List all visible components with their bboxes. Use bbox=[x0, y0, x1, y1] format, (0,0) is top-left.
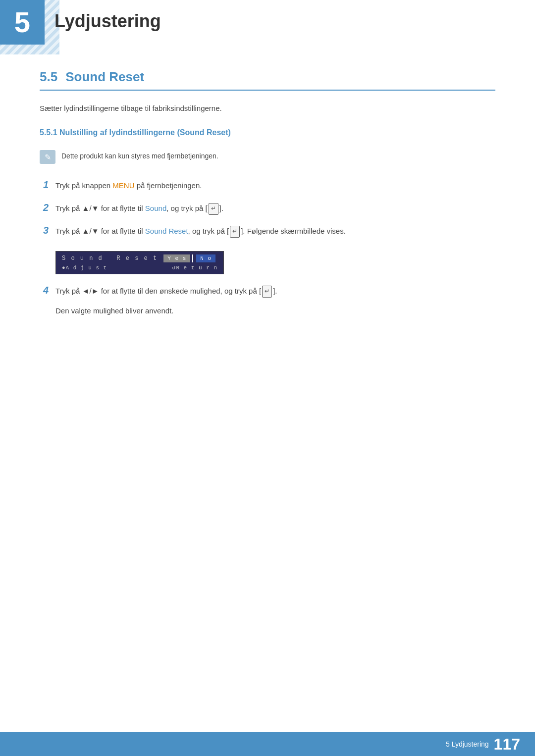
step-2-number: 2 bbox=[40, 200, 49, 215]
osd-btn-no: N o bbox=[196, 254, 215, 262]
note-box: Dette produkt kan kun styres med fjernbe… bbox=[40, 147, 495, 167]
step-3-number: 3 bbox=[40, 222, 49, 238]
subsection-title: Nulstilling af lydindstillingerne (Sound… bbox=[59, 128, 231, 137]
step-4-number: 4 bbox=[40, 282, 49, 298]
chapter-number-box: 5 bbox=[0, 0, 45, 45]
osd-row-top: S o u n d R e s e t Y e s N o bbox=[62, 254, 217, 262]
step-4-subtext: Den valgte mulighed bliver anvendt. bbox=[55, 305, 495, 317]
chapter-title: Lydjustering bbox=[54, 11, 161, 32]
step-1: 1 Tryk på knappen MENU på fjernbetjening… bbox=[40, 177, 495, 193]
section-description: Sætter lydindstillingerne tilbage til fa… bbox=[40, 102, 495, 114]
steps-list-2: 4 Tryk på ◄/► for at flytte til den ønsk… bbox=[40, 282, 495, 298]
step-3-highlight-reset: Sound Reset bbox=[145, 227, 188, 235]
step-1-text: Tryk på knappen MENU på fjernbetjeningen… bbox=[55, 180, 202, 192]
footer-page-number: 117 bbox=[494, 735, 520, 754]
page-header: 5 Lydjustering bbox=[0, 0, 535, 54]
osd-label: S o u n d R e s e t bbox=[62, 255, 161, 262]
step-4: 4 Tryk på ◄/► for at flytte til den ønsk… bbox=[40, 282, 495, 298]
osd-row-bottom: ●A d j u s t ↺R e t u r n bbox=[62, 264, 217, 271]
page-footer: 5 Lydjustering 117 bbox=[0, 732, 535, 756]
step-2-highlight-sound: Sound bbox=[145, 204, 166, 212]
subsection-number: 5.5.1 bbox=[40, 128, 57, 137]
step-1-highlight-menu: MENU bbox=[112, 181, 134, 190]
step-3-text: Tryk på ▲/▼ for at flytte til Sound Rese… bbox=[55, 225, 346, 238]
step-2-text: Tryk på ▲/▼ for at flytte til Sound, og … bbox=[55, 202, 223, 215]
chapter-number: 5 bbox=[14, 8, 30, 37]
osd-return: ↺R e t u r n bbox=[172, 264, 217, 271]
section-heading: 5.5 Sound Reset bbox=[40, 69, 495, 91]
step-4-text: Tryk på ◄/► for at flytte til den ønsked… bbox=[55, 285, 277, 298]
section-number: 5.5 bbox=[40, 69, 57, 85]
osd-adjust: ●A d j u s t bbox=[62, 265, 107, 271]
step-3: 3 Tryk på ▲/▼ for at flytte til Sound Re… bbox=[40, 222, 495, 238]
osd-divider bbox=[192, 254, 193, 262]
subsection-heading: 5.5.1 Nulstilling af lydindstillingerne … bbox=[40, 128, 495, 137]
steps-list: 1 Tryk på knappen MENU på fjernbetjening… bbox=[40, 177, 495, 238]
section-title: Sound Reset bbox=[65, 69, 144, 85]
step-2-enter-btn: ↵ bbox=[209, 203, 218, 214]
note-text: Dette produkt kan kun styres med fjernbe… bbox=[61, 150, 218, 161]
note-icon bbox=[40, 150, 55, 164]
step-2: 2 Tryk på ▲/▼ for at flytte til Sound, o… bbox=[40, 200, 495, 215]
osd-btn-yes: Y e s bbox=[163, 254, 190, 262]
step-1-number: 1 bbox=[40, 177, 49, 193]
step-3-enter-btn: ↵ bbox=[230, 226, 240, 237]
main-content: 5.5 Sound Reset Sætter lydindstillingern… bbox=[0, 64, 535, 356]
footer-chapter-text: 5 Lydjustering bbox=[446, 740, 489, 748]
osd-screenshot: S o u n d R e s e t Y e s N o ●A d j u s… bbox=[55, 251, 224, 274]
step-4-enter-btn: ↵ bbox=[262, 286, 272, 297]
